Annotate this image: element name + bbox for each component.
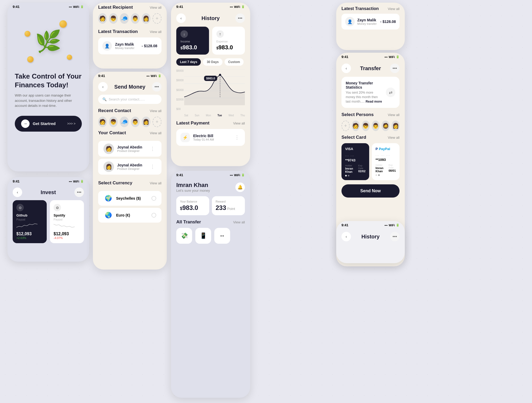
contact-more-2[interactable]: ⋮ (149, 163, 156, 170)
invest-card-spotify[interactable]: ⊙ Spotify Paypal $12,093 -4.07% (50, 200, 84, 243)
currency-item-2[interactable]: 🌏 Euro (€) (98, 208, 162, 223)
recipient-view-all[interactable]: View all (150, 6, 162, 9)
contact-item-2[interactable]: 👩 Joynal Abedin Product Designer ⋮ (98, 159, 162, 175)
dot-1 (345, 175, 347, 176)
search-bar[interactable]: 🔍 Search your contact...... (98, 95, 162, 104)
history-title: History (202, 15, 220, 21)
lt-view-all[interactable]: View all (388, 7, 400, 11)
payment-name: Electric Bill (193, 134, 230, 138)
read-more-link[interactable]: Read more (365, 100, 382, 103)
history-menu-button[interactable]: ••• (235, 13, 245, 23)
visa-meta: Holder Imran Khan Exp Date 02/02 (345, 164, 365, 173)
person-avatar-1: 🧑 (352, 121, 360, 131)
transaction-view-all[interactable]: View all (150, 30, 162, 34)
screen-history-br: 9:41 ▪▪▪ WiFi 🔋 ‹ History ••• (336, 221, 405, 263)
currency-title: Select Currency (98, 180, 132, 186)
history-br-back[interactable]: ‹ (341, 232, 351, 241)
time-4: 9:41 (176, 173, 183, 177)
payment-view-all[interactable]: View all (233, 121, 245, 125)
transfer-receive-button[interactable]: 📱 (195, 228, 211, 244)
reward-unit: Point (227, 207, 235, 211)
filter-30days[interactable]: 30 Days (203, 58, 222, 66)
all-transfer-view-all[interactable]: View all (233, 220, 245, 224)
transfer-icon-row: 💸 📱 ↔ (176, 228, 245, 244)
persons-view-all[interactable]: View all (388, 113, 400, 117)
currency-view-all[interactable]: View all (150, 181, 162, 185)
visa-card[interactable]: VISA ... ... **9743 Holder Imran Khan Ex… (341, 143, 369, 180)
paypal-brand: P (376, 147, 378, 151)
reward-amount: 233 (216, 204, 226, 212)
your-contact-view-all[interactable]: View all (150, 131, 162, 135)
contact-name-1: Joynal Abedin (117, 145, 146, 149)
chart-x-labels: Sat Sun Mon Tue Wed Thu (184, 114, 245, 117)
transfer-swap-button[interactable]: ↔ (214, 228, 230, 244)
payment-more[interactable]: ⋮ (233, 134, 241, 141)
chart-y-labels: $9000 $9000 $6000 $3000 $00 (176, 69, 184, 111)
lt-title: Latest Transaction (341, 6, 379, 11)
send-menu-button[interactable]: ••• (152, 82, 162, 92)
recent-avatars: 🧑 👦 🧢 👨 👩 + (98, 117, 162, 127)
screen-recipient: Latest Recipient View all 🧑 👦 🧢 👨 👩 + La… (93, 3, 167, 69)
add-person-button[interactable]: + (341, 121, 350, 131)
status-icons-6: ▪▪▪ WiFi 🔋 (384, 223, 400, 227)
invest-card-github[interactable]: ⊙ Github Paypal $12,093 +2.03% (13, 200, 47, 243)
add-recipient-button[interactable]: + (153, 13, 162, 24)
invest-header: ‹ Invest ••• (7, 184, 89, 200)
spotify-chart (54, 223, 75, 229)
contact-role-2: Product Designer (117, 167, 146, 170)
transfer-menu-button[interactable]: ••• (390, 64, 400, 73)
avatar-3: 🧢 (120, 13, 129, 24)
history-br-menu[interactable]: ••• (390, 232, 400, 241)
transfer-back-button[interactable]: ‹ (341, 64, 351, 73)
currency-radio-1[interactable] (151, 196, 156, 201)
time-3: 9:41 (176, 5, 183, 9)
btn-arrow-circle: → (21, 119, 30, 128)
search-icon: 🔍 (102, 97, 107, 101)
search-placeholder: Search your contact...... (109, 97, 145, 101)
expense-label: Expense (216, 40, 241, 43)
lt-tx-sub: Money transfer (357, 22, 378, 25)
currency-radio-2[interactable] (151, 213, 156, 218)
contact-more-1[interactable]: ⋮ (149, 145, 156, 152)
currency-item-1[interactable]: 🌍 Seychelles ($) (98, 191, 162, 206)
card-view-all[interactable]: View all (388, 136, 400, 140)
transfer-header: ‹ Transfer ••• (336, 60, 405, 77)
invest-back-button[interactable]: ‹ (13, 188, 22, 197)
transfer-send-button[interactable]: 💸 (176, 228, 192, 244)
lt-header: Latest Transaction View all (336, 3, 405, 14)
signal-2: ▪▪▪ (146, 74, 150, 78)
send-back-button[interactable]: ‹ (98, 82, 108, 92)
y-3000: $3000 (176, 98, 184, 101)
send-now-button[interactable]: Send Now (341, 184, 400, 198)
add-recent-button[interactable]: + (153, 117, 162, 127)
screen-history: 9:41 ▪▪▪ WiFi 🔋 ‹ History ••• ↓ Income $… (171, 3, 250, 166)
github-price: $12,093 (16, 232, 43, 236)
invest-menu-button[interactable]: ••• (74, 188, 84, 197)
time-1b: 9:41 (13, 179, 20, 183)
currency-section: Select Currency View all (93, 177, 167, 191)
contact-avatar-1: 🧑 (103, 143, 114, 154)
persons-header: Select Persons View all (341, 112, 400, 117)
electric-icon: ⚡ (180, 133, 190, 142)
status-icons-1: ▪▪▪ WiFi 🔋 (69, 5, 84, 8)
latest-transaction-section: Latest Transaction View all 👤 Zayn Malik… (93, 27, 167, 57)
payment-info: Electric Bill Today 01:44 AM (193, 134, 230, 141)
paypal-card[interactable]: P PayPal ... ... ... **1093 Holder Imran… (372, 143, 400, 180)
filter-custom[interactable]: Custom (225, 58, 244, 66)
recent-view-all[interactable]: View all (150, 109, 162, 113)
contact-item-1[interactable]: 🧑 Joynal Abedin Product Designer ⋮ (98, 141, 162, 157)
flag-2: 🌏 (103, 210, 113, 220)
history-back-button[interactable]: ‹ (176, 13, 186, 23)
cta-label: Get Startred (33, 121, 56, 126)
github-name: Github (16, 213, 43, 217)
dashboard-header: Imran Khan Let's sure your money 🔔 (171, 178, 250, 196)
filter-7days[interactable]: Last 7 days (176, 58, 201, 66)
transaction-title: Latest Transaction (98, 29, 138, 34)
wifi-3: WiFi (234, 5, 240, 8)
invest-cards: ⊙ Github Paypal $12,093 +2.03% ⊙ Spotify… (7, 200, 89, 243)
notification-button[interactable]: 🔔 (235, 183, 245, 192)
btn-arrows: >>> > (67, 122, 75, 126)
all-transfer-section: All Transfer View all 💸 📱 ↔ (171, 219, 250, 244)
recipient-header: Latest Recipient View all (98, 5, 162, 10)
get-started-button[interactable]: → Get Startred >>> > (15, 116, 82, 132)
